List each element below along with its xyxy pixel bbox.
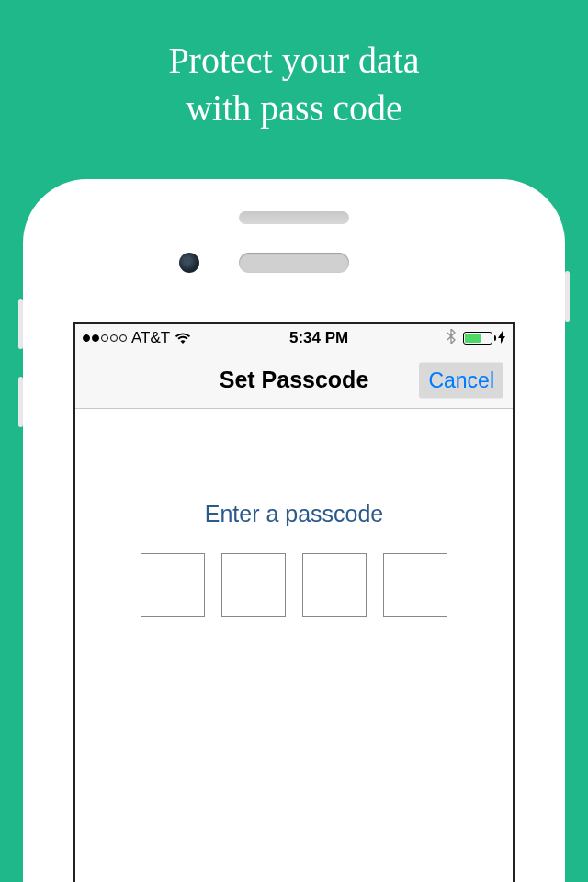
phone-front-camera <box>179 253 199 273</box>
phone-volume-up-button <box>18 299 23 349</box>
passcode-prompt: Enter a passcode <box>75 409 513 527</box>
passcode-digit-1[interactable] <box>141 553 205 617</box>
phone-power-button <box>565 271 570 322</box>
promo-line-2: with pass code <box>0 85 588 132</box>
navigation-bar: Set Passcode Cancel <box>75 352 513 409</box>
promo-line-1: Protect your data <box>0 37 588 85</box>
page-title: Set Passcode <box>220 367 369 393</box>
carrier-label: AT&T <box>131 329 170 347</box>
phone-earpiece-speaker <box>239 253 349 273</box>
passcode-digit-4[interactable] <box>383 553 447 617</box>
charging-icon <box>498 331 505 346</box>
status-bar-right <box>447 329 505 347</box>
cellular-signal-icon <box>83 334 127 342</box>
phone-device-frame: AT&T 5:34 PM <box>23 179 565 882</box>
status-bar-left: AT&T <box>83 329 191 347</box>
bluetooth-icon <box>447 329 456 347</box>
promo-headline: Protect your data with pass code <box>0 0 588 132</box>
phone-proximity-sensor <box>239 211 349 224</box>
battery-icon <box>463 331 505 346</box>
passcode-input-group <box>75 553 513 617</box>
passcode-digit-3[interactable] <box>302 553 367 617</box>
phone-volume-down-button <box>18 377 23 427</box>
wifi-icon <box>175 333 191 345</box>
status-bar: AT&T 5:34 PM <box>75 324 513 352</box>
passcode-digit-2[interactable] <box>221 553 286 617</box>
phone-screen: AT&T 5:34 PM <box>73 322 515 882</box>
content-area: Enter a passcode 1 2 3 <box>75 409 513 882</box>
cancel-button[interactable]: Cancel <box>419 362 503 398</box>
status-bar-time: 5:34 PM <box>289 329 348 347</box>
